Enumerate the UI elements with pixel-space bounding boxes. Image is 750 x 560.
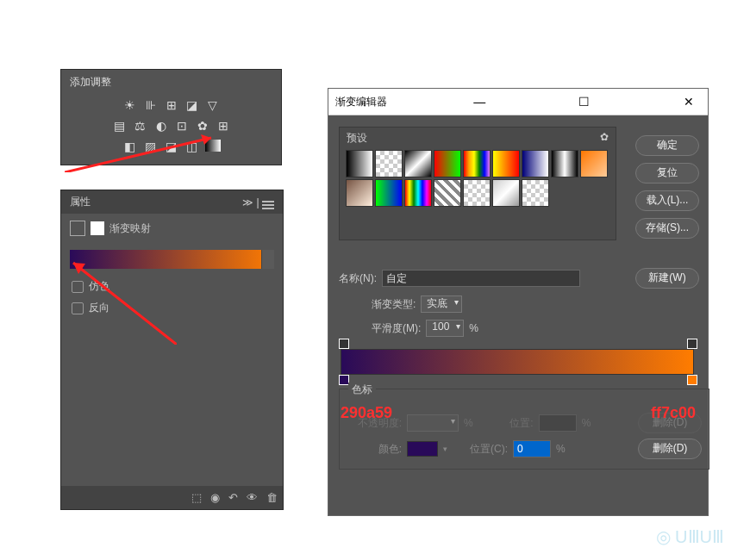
preset-swatch[interactable] xyxy=(404,179,432,207)
preset-swatch[interactable] xyxy=(375,150,403,177)
color-label: 颜色: xyxy=(347,442,402,457)
vibrance-icon[interactable]: ▽ xyxy=(205,98,221,112)
properties-header-label: 属性 xyxy=(70,195,91,209)
exposure-icon[interactable]: ◪ xyxy=(184,98,200,112)
presets-box: 预设✿ xyxy=(339,127,616,240)
gradient-editor-dialog: 渐变编辑器—☐✕ 预设✿ 确定 复位 载入(L)... 存储(S)... 名称(… xyxy=(328,88,709,516)
properties-title: 渐变映射 xyxy=(109,221,151,236)
dither-checkbox[interactable] xyxy=(72,281,84,293)
presets-menu-icon[interactable]: ✿ xyxy=(600,131,609,146)
opacity-stop-right[interactable] xyxy=(687,339,697,349)
type-label: 渐变类型: xyxy=(372,297,416,312)
reverse-checkbox[interactable] xyxy=(72,302,84,314)
mask-icon[interactable] xyxy=(91,221,104,235)
adj-row-3: ◧▨◪◫ xyxy=(61,136,281,157)
type-select[interactable]: 实底 xyxy=(421,296,462,313)
gradient-preview[interactable] xyxy=(70,250,274,269)
photo-filter-icon[interactable]: ⊡ xyxy=(174,119,190,133)
hue-icon[interactable]: ▤ xyxy=(112,119,128,133)
selective-icon[interactable]: ◫ xyxy=(184,140,200,153)
preset-swatch[interactable] xyxy=(434,179,461,207)
dialog-title: 渐变编辑器 xyxy=(335,95,387,109)
maximize-button[interactable]: ☐ xyxy=(572,95,597,109)
preset-swatch[interactable] xyxy=(346,179,373,207)
presets-label: 预设 xyxy=(347,131,367,146)
ok-button[interactable]: 确定 xyxy=(635,135,699,156)
reset-icon[interactable]: ↶ xyxy=(228,491,238,504)
visibility-icon[interactable]: 👁 xyxy=(247,491,258,504)
smoothness-select[interactable]: 100 xyxy=(426,320,464,337)
type-row: 渐变类型:实底 xyxy=(372,296,462,313)
reverse-label: 反向 xyxy=(89,301,109,315)
brightness-icon[interactable]: ☀ xyxy=(122,98,138,112)
panel-menu-icon[interactable]: ≫ | xyxy=(242,196,274,208)
preset-swatch[interactable] xyxy=(375,179,403,207)
preset-swatch[interactable] xyxy=(492,150,520,177)
right-color-code: ff7c00 xyxy=(651,404,696,422)
gradient-edit-bar[interactable] xyxy=(341,349,694,375)
stops-section: 色标 不透明度:%位置:%删除(D) 颜色:▾位置(C):%删除(D) xyxy=(339,389,709,470)
new-button[interactable]: 新建(W) xyxy=(635,268,699,289)
name-row: 名称(N): xyxy=(339,270,580,287)
color-controls: 颜色:▾位置(C):%删除(D) xyxy=(347,436,702,462)
gradient-map-icon[interactable] xyxy=(205,140,221,152)
presets-header: 预设✿ xyxy=(340,128,616,149)
dither-row[interactable]: 仿色 xyxy=(61,276,283,297)
bw-icon[interactable]: ◐ xyxy=(153,119,169,133)
mixer-icon[interactable]: ✿ xyxy=(195,119,210,133)
trash-icon[interactable]: 🗑 xyxy=(266,491,278,504)
adjustments-title: 添加调整 xyxy=(61,70,281,95)
pct-label: % xyxy=(469,322,478,334)
prev-icon[interactable]: ◉ xyxy=(210,491,220,504)
clip-icon[interactable]: ⬚ xyxy=(191,491,202,504)
dialog-titlebar[interactable]: 渐变编辑器—☐✕ xyxy=(328,89,708,115)
preset-swatch[interactable] xyxy=(551,150,578,177)
dither-label: 仿色 xyxy=(89,279,109,294)
reset-button[interactable]: 复位 xyxy=(635,163,699,184)
preset-swatch[interactable] xyxy=(463,150,491,177)
button-column: 确定 复位 载入(L)... 存储(S)... xyxy=(635,135,699,239)
properties-header: 属性≫ | xyxy=(61,190,283,214)
stops-header: 色标 xyxy=(348,383,376,397)
threshold-icon[interactable]: ◪ xyxy=(164,140,179,153)
watermark: ◎ UⅢUⅢ xyxy=(656,526,724,547)
smoothness-label: 平滑度(M): xyxy=(372,321,421,336)
minimize-button[interactable]: — xyxy=(467,95,491,109)
opacity-stop-left[interactable] xyxy=(339,339,349,349)
color-annotations: 290a59ff7c00 xyxy=(328,404,708,422)
preset-swatch[interactable] xyxy=(492,179,520,207)
reverse-row[interactable]: 反向 xyxy=(61,297,283,319)
pos2-label: 位置(C): xyxy=(453,442,508,457)
color-swatch[interactable] xyxy=(407,441,438,457)
pos2-input[interactable] xyxy=(513,440,551,457)
preset-swatch[interactable] xyxy=(580,150,608,177)
posterize-icon[interactable]: ▨ xyxy=(143,140,159,153)
load-button[interactable]: 载入(L)... xyxy=(635,190,699,211)
close-button[interactable]: ✕ xyxy=(677,95,701,109)
lut-icon[interactable]: ⊞ xyxy=(216,119,231,133)
properties-footer: ⬚◉↶👁🗑 xyxy=(61,486,283,509)
preset-swatch[interactable] xyxy=(522,150,549,177)
adjustment-type-icon xyxy=(70,221,85,236)
color-stop-right[interactable] xyxy=(687,375,697,385)
delete-color-button[interactable]: 删除(D) xyxy=(638,439,702,459)
levels-icon[interactable]: ⊪ xyxy=(143,98,159,112)
balance-icon[interactable]: ⚖ xyxy=(133,119,148,133)
invert-icon[interactable]: ◧ xyxy=(122,140,138,153)
left-color-code: 290a59 xyxy=(341,404,392,422)
preset-swatch[interactable] xyxy=(463,179,491,207)
curves-icon[interactable]: ⊞ xyxy=(164,98,179,112)
smoothness-row: 平滑度(M):100% xyxy=(372,320,478,337)
properties-title-row: 渐变映射 xyxy=(61,214,283,243)
name-label: 名称(N): xyxy=(339,271,377,286)
preset-swatch[interactable] xyxy=(346,150,373,177)
adj-row-1: ☀⊪⊞◪▽ xyxy=(61,95,281,115)
properties-panel: 属性≫ | 渐变映射 仿色 反向 ⬚◉↶👁🗑 xyxy=(60,190,284,510)
preset-swatch[interactable] xyxy=(434,150,461,177)
preset-swatch[interactable] xyxy=(404,150,432,177)
name-input[interactable] xyxy=(382,270,580,287)
adjustments-panel: 添加调整 ☀⊪⊞◪▽ ▤⚖◐⊡✿⊞ ◧▨◪◫ xyxy=(60,69,282,165)
preset-grid xyxy=(340,149,616,208)
preset-swatch[interactable] xyxy=(522,179,549,207)
save-button[interactable]: 存储(S)... xyxy=(635,218,699,239)
